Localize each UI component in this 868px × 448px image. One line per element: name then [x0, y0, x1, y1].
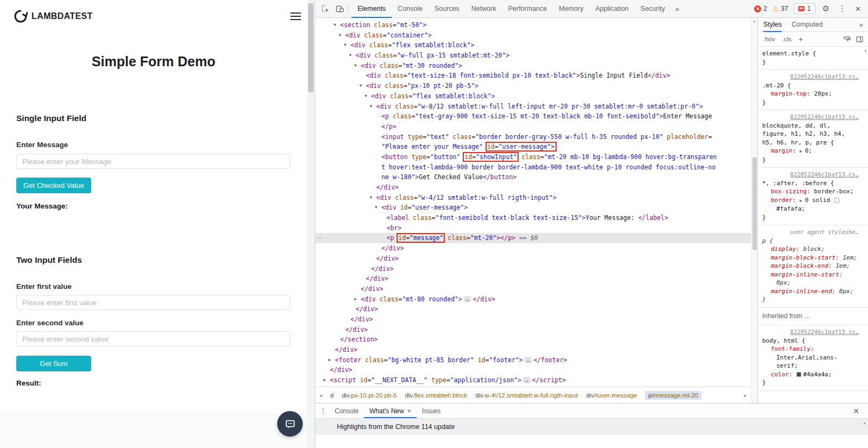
tab-close-icon[interactable]: × [407, 404, 411, 418]
collapse-arrow-icon[interactable]: ▼ [334, 20, 336, 30]
sidebar-layout-icon[interactable] [856, 36, 863, 43]
chat-widget-button[interactable] [277, 411, 303, 437]
collapse-arrow-icon[interactable]: ▼ [370, 102, 373, 112]
styles-scrollbar-up-icon[interactable]: ▲ [864, 48, 867, 52]
tab-styles[interactable]: Styles [763, 18, 782, 32]
second-value-input[interactable] [16, 331, 290, 346]
collapse-arrow-icon[interactable]: ▼ [375, 203, 378, 213]
collapse-arrow-icon[interactable]: ▼ [365, 91, 367, 102]
elements-tree-row[interactable]: ▼<div class="flex smtablet:block"> [315, 40, 751, 51]
toggle-hover-button[interactable]: :hov [763, 36, 775, 42]
drawer-close-icon[interactable]: ✕ [848, 407, 864, 415]
drawer-tab-what-s-new[interactable]: What's New× [364, 403, 417, 418]
elements-tree-row[interactable]: </div> [315, 284, 751, 294]
elements-tree-row[interactable]: ▼<div class="container"> [315, 30, 751, 41]
style-property[interactable]: border: ▶ 0 solid #fafafa; [762, 196, 859, 213]
elements-tree-row[interactable]: ▼<div class="flex smtablet:block"> [315, 91, 751, 102]
settings-gear-icon[interactable]: ⚙ [821, 4, 831, 14]
devtools-menu-icon[interactable]: ⋮ [837, 4, 848, 14]
breadcrumb-item[interactable]: p#message.mt-20 [645, 391, 701, 400]
elements-tree-row[interactable]: ▼<div class="w-8/12 smtablet:w-full left… [315, 102, 751, 112]
expand-arrow-icon[interactable]: ▶ [323, 375, 326, 386]
elements-tree-row[interactable]: </div> [315, 254, 751, 264]
stylesheet-link[interactable]: 822052246c1baf13.cs… [762, 171, 859, 179]
stylesheet-link[interactable]: 822052246c1baf13.cs… [762, 73, 859, 81]
style-property[interactable]: margin-block-end: 1em; [762, 262, 859, 270]
get-sum-button[interactable]: Get Sum [16, 356, 91, 371]
device-toolbar-icon[interactable] [333, 2, 347, 15]
elements-tree-row[interactable]: </p> [315, 122, 751, 132]
rule-selector[interactable]: .mt-20 { [762, 81, 859, 90]
collapsed-content-ellipsis[interactable]: … [464, 296, 471, 302]
collapse-arrow-icon[interactable]: ▼ [360, 81, 362, 91]
styles-more-tabs-icon[interactable]: » [859, 21, 863, 29]
devtools-tab-performance[interactable]: Performance [502, 0, 553, 18]
breadcrumb-scroll-right-icon[interactable]: ▸ [744, 393, 746, 398]
elements-tree-row[interactable]: ▶<script id="__NEXT_DATA__" type="applic… [315, 375, 751, 386]
error-badge[interactable]: ✕ 2 [754, 5, 767, 12]
rule-selector[interactable]: element.style { [762, 49, 859, 58]
breadcrumb-item[interactable]: div.px-10.pt-20.pb-5 [342, 392, 397, 399]
stylesheet-link[interactable]: user agent styleshe… [762, 228, 859, 237]
rule-selector[interactable]: blockquote, dd, dl, figure, h1, h2, h3, … [762, 122, 859, 147]
row-overflow-menu[interactable]: ⋯ [318, 233, 321, 243]
elements-tree-row[interactable]: <p class="text-gray-900 text-size-15 mt-… [315, 111, 751, 122]
style-property[interactable]: display: block; [762, 245, 859, 254]
style-property[interactable]: color: #4a4a4a; [762, 370, 859, 379]
drawer-scrollbar-up-icon[interactable]: ▲ [863, 421, 866, 425]
warning-badge[interactable]: ⚠ 37 [773, 5, 788, 12]
elements-tree-row[interactable]: ▼<div class="w-full px-15 smtablet:mt-20… [315, 51, 751, 61]
elements-tree-row[interactable]: <label class="font-semibold text-black t… [315, 213, 751, 223]
elements-tree-row[interactable]: ▼<div class="w-4/12 smtablet:w-full rigt… [315, 193, 751, 203]
collapse-arrow-icon[interactable]: ▼ [344, 40, 347, 51]
paint-roller-icon[interactable] [844, 36, 851, 43]
drawer-tab-issues[interactable]: Issues [417, 403, 446, 418]
more-tabs-button[interactable]: » [671, 5, 684, 13]
devtools-tab-elements[interactable]: Elements [352, 0, 392, 18]
elements-tree-row[interactable]: </div> [315, 325, 751, 335]
breadcrumb-item[interactable]: div.w-4\/12.smtablet\:w-full.rigth-input [475, 392, 578, 399]
style-property[interactable]: margin-inline-start: 0px; [762, 270, 859, 287]
elements-tree-row[interactable]: </div> [315, 274, 751, 284]
elements-tree-row[interactable]: ▼<div class="px-10 pt-20 pb-5"> [315, 81, 751, 91]
whats-new-headline[interactable]: Highlights from the Chrome 114 update [337, 423, 455, 431]
devtools-tab-console[interactable]: Console [392, 0, 429, 18]
first-value-input[interactable] [16, 295, 290, 310]
rule-selector[interactable]: p { [762, 237, 859, 245]
scrollbar-up-icon[interactable]: ▲ [752, 19, 756, 23]
expand-arrow-icon[interactable]: ▶ [329, 355, 331, 365]
rule-selector[interactable]: *, :after, :before { [762, 179, 859, 188]
tab-computed[interactable]: Computed [792, 18, 823, 32]
collapse-arrow-icon[interactable]: ▼ [354, 61, 357, 71]
collapsed-content-ellipsis[interactable]: … [525, 357, 532, 363]
expand-arrow-icon[interactable]: ▶ [354, 294, 357, 305]
collapsed-content-ellipsis[interactable]: … [523, 377, 530, 383]
devtools-close-icon[interactable]: ✕ [853, 5, 863, 13]
elements-tree-row[interactable]: </div> [315, 304, 751, 314]
elements-tree-row[interactable]: <input type="text" class="border border-… [315, 132, 751, 142]
stylesheet-link[interactable]: 822052246c1baf13.cs… [762, 113, 859, 122]
color-swatch[interactable] [834, 198, 839, 203]
elements-tree-row[interactable]: ▼<section class="mt-50"> [315, 20, 751, 30]
elements-tree-row[interactable]: t hover:text-lambda-900 border border-la… [315, 162, 751, 173]
drawer-tab-console[interactable]: Console [329, 403, 364, 418]
devtools-tab-network[interactable]: Network [465, 0, 502, 18]
drawer-menu-icon[interactable]: ⋮ [320, 407, 329, 415]
elements-tree-row[interactable]: ne w-180">Get Checked Value</button> [315, 172, 751, 182]
elements-tree-row[interactable]: </div> [315, 365, 751, 375]
collapse-arrow-icon[interactable]: ▼ [339, 30, 342, 41]
style-property[interactable]: margin-inline-end: 0px; [762, 287, 859, 296]
elements-tree-row[interactable]: <br> [315, 223, 751, 234]
style-property[interactable]: margin-top: 20px; [762, 90, 859, 98]
collapse-arrow-icon[interactable]: ▼ [370, 193, 373, 203]
style-property[interactable]: margin-block-start: 1em; [762, 254, 859, 262]
style-property[interactable]: box-sizing: border-box; [762, 187, 859, 196]
collapse-arrow-icon[interactable]: ▼ [349, 51, 352, 61]
elements-tree-row[interactable]: <button type="button" id="showInput" cla… [315, 152, 751, 162]
elements-tree-row[interactable]: </div> [315, 264, 751, 274]
elements-tree-row[interactable]: <div class="text-size-18 font-semibold p… [315, 71, 751, 81]
elements-tree-row[interactable]: ▶<footer class="bg-white pt-85 border" i… [315, 355, 751, 365]
devtools-tab-sources[interactable]: Sources [429, 0, 465, 18]
elements-tree-row[interactable]: ▼<div class="mt-30 rounded"> [315, 61, 751, 71]
inspect-element-icon[interactable] [318, 2, 333, 15]
